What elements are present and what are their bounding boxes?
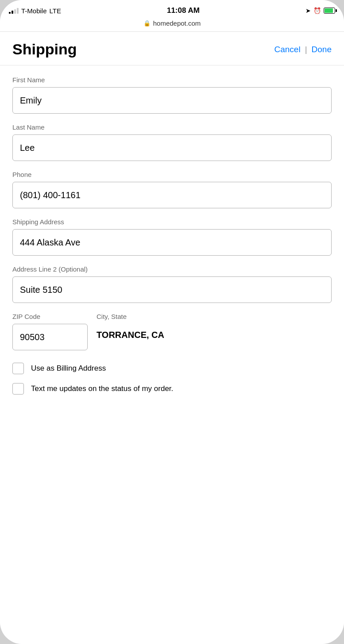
status-bar: T-Mobile LTE 11:08 AM ➤ ⏰ — [0, 0, 344, 18]
status-right: ➤ ⏰ — [305, 7, 335, 14]
phone-label: Phone — [12, 171, 332, 178]
signal-bar-3 — [14, 9, 16, 14]
city-group: City, State TORRANCE, CA — [97, 313, 332, 340]
address-group: Shipping Address — [12, 218, 332, 256]
sms-checkbox-group[interactable]: Text me updates on the status of my orde… — [12, 383, 332, 395]
first-name-input[interactable] — [12, 87, 332, 114]
status-left: T-Mobile LTE — [9, 7, 61, 15]
phone-frame: T-Mobile LTE 11:08 AM ➤ ⏰ 🔒 homedepot.co… — [0, 0, 344, 644]
cancel-button[interactable]: Cancel — [274, 43, 300, 56]
address2-label: Address Line 2 (Optional) — [12, 265, 332, 273]
time-display: 11:08 AM — [167, 6, 200, 15]
billing-checkbox-label: Use as Billing Address — [31, 364, 106, 373]
zip-label: ZIP Code — [12, 313, 88, 320]
sms-checkbox[interactable] — [12, 383, 24, 395]
last-name-group: Last Name — [12, 123, 332, 161]
done-button[interactable]: Done — [312, 43, 332, 56]
first-name-label: First Name — [12, 76, 332, 84]
network-label: LTE — [50, 7, 61, 15]
signal-bar-2 — [12, 11, 13, 14]
lock-icon: 🔒 — [143, 20, 151, 27]
zip-group: ZIP Code — [12, 313, 88, 350]
page-title: Shipping — [12, 41, 77, 58]
url-bar: 🔒 homedepot.com — [0, 18, 344, 32]
header-actions: Cancel | Done — [274, 43, 332, 56]
page-header: Shipping Cancel | Done — [0, 32, 344, 65]
signal-bars — [9, 8, 19, 14]
address-input[interactable] — [12, 229, 332, 256]
phone-group: Phone — [12, 171, 332, 208]
billing-checkbox[interactable] — [12, 363, 24, 374]
last-name-input[interactable] — [12, 134, 332, 161]
battery-container — [324, 8, 335, 14]
signal-bar-1 — [9, 12, 11, 14]
location-icon: ➤ — [305, 7, 311, 14]
carrier-label: T-Mobile — [21, 7, 47, 15]
url-text: homedepot.com — [153, 19, 201, 27]
content-area: Shipping Cancel | Done First Name Last N… — [0, 32, 344, 644]
address2-input[interactable] — [12, 276, 332, 303]
sms-checkbox-label: Text me updates on the status of my orde… — [31, 384, 173, 393]
last-name-label: Last Name — [12, 123, 332, 131]
city-state-label: City, State — [97, 313, 332, 320]
battery-icon — [324, 8, 335, 14]
phone-input[interactable] — [12, 182, 332, 208]
battery-fill — [325, 8, 333, 13]
form-content: First Name Last Name Phone Shipping Addr… — [0, 65, 344, 432]
zip-input[interactable] — [12, 324, 88, 350]
city-state-value: TORRANCE, CA — [97, 324, 332, 340]
address-label: Shipping Address — [12, 218, 332, 226]
bottom-spacer — [12, 403, 332, 421]
billing-checkbox-group[interactable]: Use as Billing Address — [12, 363, 332, 374]
header-divider: | — [305, 45, 307, 54]
alarm-icon: ⏰ — [313, 7, 321, 14]
address2-group: Address Line 2 (Optional) — [12, 265, 332, 303]
first-name-group: First Name — [12, 76, 332, 114]
zip-city-row: ZIP Code City, State TORRANCE, CA — [12, 313, 332, 350]
signal-bar-4 — [17, 8, 19, 14]
